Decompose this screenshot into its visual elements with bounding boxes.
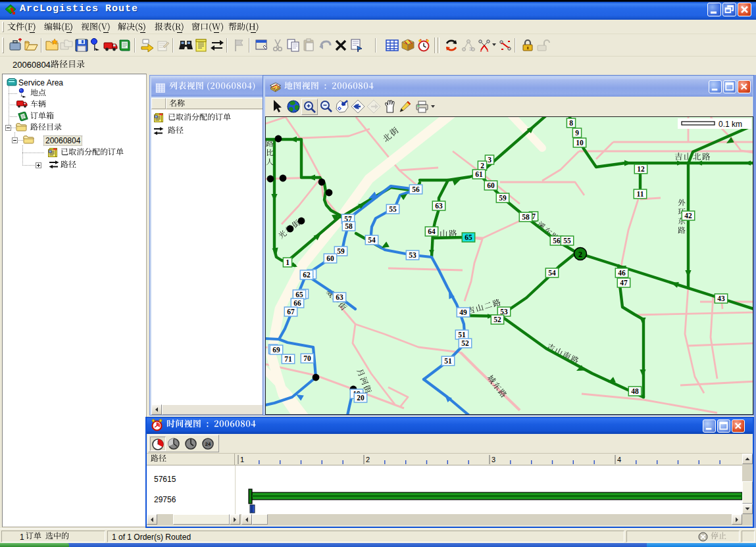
svg-text:1: 1	[240, 456, 244, 464]
svg-text:52: 52	[461, 339, 469, 347]
svg-text:4: 4	[617, 456, 621, 464]
svg-text:65: 65	[295, 291, 303, 298]
svg-text:47: 47	[620, 279, 628, 287]
svg-text:58: 58	[522, 213, 530, 221]
svg-text:58: 58	[345, 222, 353, 230]
svg-text:11: 11	[637, 190, 644, 198]
svg-text:43: 43	[717, 295, 725, 302]
svg-text:0.1 km: 0.1 km	[718, 120, 742, 129]
svg-text:67: 67	[287, 308, 295, 316]
svg-text:3: 3	[488, 156, 491, 164]
svg-text:54: 54	[548, 269, 556, 277]
svg-text:51: 51	[458, 331, 466, 339]
svg-text:63: 63	[336, 293, 343, 301]
svg-text:1: 1	[286, 258, 290, 266]
svg-text:64: 64	[428, 227, 436, 235]
svg-text:12: 12	[637, 165, 645, 173]
svg-text:2: 2	[578, 250, 582, 259]
svg-text:2: 2	[366, 456, 370, 464]
svg-text:54: 54	[368, 236, 376, 244]
svg-text:49: 49	[459, 308, 467, 316]
svg-text:59: 59	[499, 194, 507, 202]
svg-text:56: 56	[553, 237, 561, 245]
svg-text:48: 48	[631, 387, 639, 395]
svg-text:66: 66	[293, 299, 301, 307]
svg-text:8: 8	[569, 119, 573, 127]
svg-text:2: 2	[480, 162, 484, 170]
svg-text:70: 70	[303, 354, 311, 362]
svg-text:53: 53	[409, 251, 416, 259]
svg-text:61: 61	[475, 170, 483, 178]
svg-text:10: 10	[576, 139, 584, 147]
svg-text:60: 60	[326, 254, 334, 262]
svg-text:60: 60	[487, 181, 495, 189]
svg-text:46: 46	[618, 269, 626, 277]
svg-text:69: 69	[272, 346, 280, 354]
svg-text:9: 9	[575, 129, 579, 137]
svg-text:42: 42	[684, 212, 692, 220]
svg-text:65: 65	[465, 233, 472, 241]
svg-text:51: 51	[444, 357, 452, 365]
svg-text:52: 52	[493, 316, 501, 323]
svg-text:63: 63	[435, 202, 443, 210]
svg-text:55: 55	[389, 205, 397, 213]
svg-text:55: 55	[563, 237, 571, 245]
svg-text:71: 71	[284, 355, 292, 363]
svg-text:24: 24	[205, 441, 211, 447]
svg-text:3: 3	[469, 46, 472, 52]
svg-text:62: 62	[303, 271, 311, 279]
svg-text:56: 56	[412, 185, 420, 193]
svg-text:20: 20	[357, 394, 365, 402]
svg-text:59: 59	[337, 247, 345, 255]
svg-text:3: 3	[491, 456, 495, 464]
